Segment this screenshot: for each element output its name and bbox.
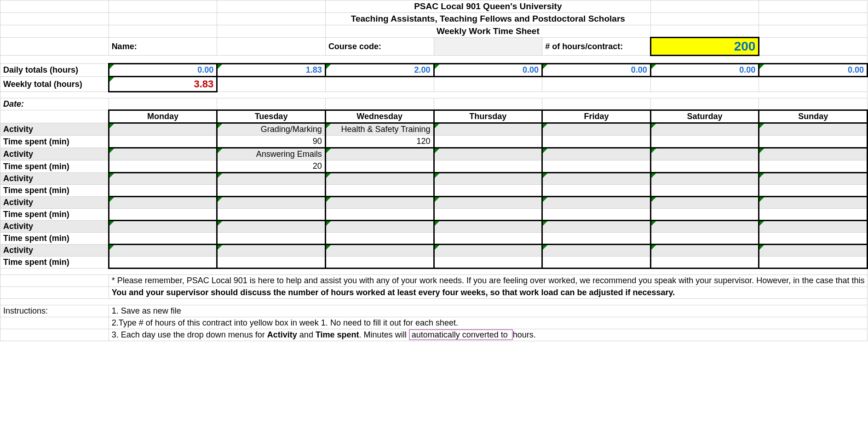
activity-cell[interactable]: Health & Safety Training xyxy=(325,123,434,136)
time-cell[interactable] xyxy=(217,233,326,245)
activity-cell[interactable] xyxy=(542,123,651,136)
activity-cell[interactable] xyxy=(217,221,326,233)
activity-cell[interactable] xyxy=(759,221,868,233)
time-cell[interactable] xyxy=(650,160,759,173)
time-cell[interactable] xyxy=(650,185,759,197)
activity-cell[interactable] xyxy=(109,123,217,136)
activity-cell[interactable] xyxy=(325,221,434,233)
activity-cell[interactable]: Answering Emails xyxy=(217,148,326,160)
instruction-line3: 3. Each day use the drop down menus for … xyxy=(109,329,867,341)
activity-cell[interactable] xyxy=(217,245,326,257)
time-cell[interactable] xyxy=(109,233,217,245)
time-cell[interactable]: 90 xyxy=(217,136,326,148)
time-cell[interactable] xyxy=(434,160,542,173)
activity-cell[interactable] xyxy=(759,173,868,185)
activity-cell[interactable] xyxy=(109,245,217,257)
activity-cell[interactable] xyxy=(434,148,542,160)
activity-cell[interactable] xyxy=(109,221,217,233)
day-header-wed: Wednesday xyxy=(325,110,434,123)
name-input[interactable] xyxy=(217,38,326,56)
time-cell[interactable] xyxy=(109,209,217,221)
time-cell[interactable] xyxy=(759,233,868,245)
time-cell[interactable] xyxy=(542,136,651,148)
activity-cell[interactable] xyxy=(325,197,434,209)
activity-cell[interactable] xyxy=(542,197,651,209)
time-cell[interactable] xyxy=(650,136,759,148)
activity-cell[interactable] xyxy=(434,221,542,233)
time-cell[interactable] xyxy=(650,209,759,221)
time-cell[interactable] xyxy=(650,257,759,269)
time-cell[interactable] xyxy=(434,257,542,269)
daily-total-sat: 0.00 xyxy=(650,64,759,77)
activity-cell[interactable] xyxy=(217,197,326,209)
activity-cell[interactable] xyxy=(650,173,759,185)
time-cell[interactable] xyxy=(759,257,868,269)
activity-cell[interactable] xyxy=(759,123,868,136)
time-cell[interactable] xyxy=(109,185,217,197)
daily-total-thu: 0.00 xyxy=(434,64,542,77)
title-line3: Weekly Work Time Sheet xyxy=(325,25,650,38)
time-cell[interactable] xyxy=(542,257,651,269)
time-cell[interactable] xyxy=(325,185,434,197)
activity-cell[interactable] xyxy=(325,148,434,160)
activity-cell[interactable] xyxy=(325,245,434,257)
activity-cell[interactable] xyxy=(650,221,759,233)
time-cell[interactable] xyxy=(434,185,542,197)
time-cell[interactable] xyxy=(434,136,542,148)
activity-cell[interactable] xyxy=(109,173,217,185)
activity-cell[interactable] xyxy=(109,148,217,160)
activity-cell[interactable] xyxy=(650,197,759,209)
activity-cell[interactable] xyxy=(217,173,326,185)
activity-cell[interactable] xyxy=(759,148,868,160)
activity-cell[interactable] xyxy=(325,173,434,185)
time-cell[interactable] xyxy=(217,257,326,269)
time-cell[interactable]: 20 xyxy=(217,160,326,173)
timesheet-spreadsheet[interactable]: PSAC Local 901 Queen's University Teachi… xyxy=(0,0,868,341)
time-cell[interactable] xyxy=(109,136,217,148)
time-cell[interactable] xyxy=(759,209,868,221)
daily-total-tue: 1.83 xyxy=(217,64,326,77)
activity-cell[interactable] xyxy=(434,173,542,185)
activity-cell[interactable]: Grading/Marking xyxy=(217,123,326,136)
name-label: Name: xyxy=(109,38,217,56)
activity-cell[interactable] xyxy=(650,123,759,136)
time-cell[interactable] xyxy=(325,160,434,173)
hours-label: # of hours/contract: xyxy=(542,38,651,56)
activity-cell[interactable] xyxy=(759,245,868,257)
activity-cell[interactable] xyxy=(109,197,217,209)
time-cell[interactable] xyxy=(542,233,651,245)
course-input[interactable] xyxy=(434,38,542,56)
activity-cell[interactable] xyxy=(434,245,542,257)
time-cell[interactable] xyxy=(434,209,542,221)
time-cell[interactable] xyxy=(325,209,434,221)
title-line2: Teaching Assistants, Teaching Fellows an… xyxy=(325,13,650,25)
activity-cell[interactable] xyxy=(759,197,868,209)
time-cell[interactable] xyxy=(759,160,868,173)
activity-cell[interactable] xyxy=(542,245,651,257)
time-label: Time spent (min) xyxy=(0,160,109,173)
activity-cell[interactable] xyxy=(434,197,542,209)
activity-cell[interactable] xyxy=(542,173,651,185)
time-cell[interactable] xyxy=(217,185,326,197)
time-cell[interactable] xyxy=(542,209,651,221)
time-cell[interactable] xyxy=(109,257,217,269)
contract-hours-input[interactable]: 200 xyxy=(650,38,759,56)
time-cell[interactable] xyxy=(542,185,651,197)
activity-cell[interactable] xyxy=(434,123,542,136)
time-cell[interactable] xyxy=(434,233,542,245)
time-cell[interactable] xyxy=(542,160,651,173)
time-cell[interactable] xyxy=(217,209,326,221)
time-cell[interactable] xyxy=(325,233,434,245)
activity-cell[interactable] xyxy=(542,221,651,233)
time-cell[interactable]: 120 xyxy=(325,136,434,148)
activity-cell[interactable] xyxy=(650,245,759,257)
activity-cell[interactable] xyxy=(650,148,759,160)
time-cell[interactable] xyxy=(325,257,434,269)
time-cell[interactable] xyxy=(759,185,868,197)
time-label: Time spent (min) xyxy=(0,233,109,245)
activity-cell[interactable] xyxy=(542,148,651,160)
time-cell[interactable] xyxy=(759,136,868,148)
time-cell[interactable] xyxy=(109,160,217,173)
time-cell[interactable] xyxy=(650,233,759,245)
instructions-label: Instructions: xyxy=(0,305,109,317)
